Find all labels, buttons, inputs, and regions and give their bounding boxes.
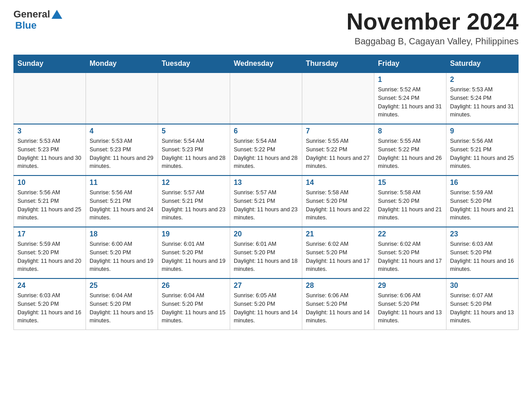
- calendar-cell: [86, 73, 158, 124]
- calendar-cell: [14, 73, 86, 124]
- day-info: Sunrise: 5:53 AM Sunset: 5:23 PM Dayligh…: [17, 137, 82, 171]
- day-number: 5: [162, 127, 226, 135]
- day-info: Sunrise: 5:56 AM Sunset: 5:21 PM Dayligh…: [90, 188, 154, 222]
- day-info: Sunrise: 6:04 AM Sunset: 5:20 PM Dayligh…: [90, 291, 154, 325]
- calendar-cell: 2Sunrise: 5:53 AM Sunset: 5:24 PM Daylig…: [446, 73, 519, 124]
- calendar-cell: 17Sunrise: 5:59 AM Sunset: 5:20 PM Dayli…: [14, 227, 86, 278]
- day-number: 19: [162, 230, 226, 238]
- day-number: 27: [234, 282, 298, 290]
- day-number: 22: [378, 230, 442, 238]
- day-info: Sunrise: 6:04 AM Sunset: 5:20 PM Dayligh…: [162, 291, 226, 325]
- day-info: Sunrise: 6:03 AM Sunset: 5:20 PM Dayligh…: [17, 291, 82, 325]
- day-info: Sunrise: 5:54 AM Sunset: 5:22 PM Dayligh…: [234, 137, 298, 171]
- title-area: November 2024 Baggabag B, Cagayan Valley…: [347, 9, 519, 47]
- day-number: 6: [234, 127, 298, 135]
- calendar-cell: 23Sunrise: 6:03 AM Sunset: 5:20 PM Dayli…: [446, 227, 519, 278]
- page-header: General Blue November 2024 Baggabag B, C…: [13, 9, 519, 47]
- day-info: Sunrise: 6:07 AM Sunset: 5:20 PM Dayligh…: [450, 291, 515, 325]
- calendar-cell: 27Sunrise: 6:05 AM Sunset: 5:20 PM Dayli…: [230, 278, 302, 330]
- day-number: 26: [162, 282, 226, 290]
- day-info: Sunrise: 5:59 AM Sunset: 5:20 PM Dayligh…: [17, 240, 82, 274]
- day-info: Sunrise: 5:52 AM Sunset: 5:24 PM Dayligh…: [378, 86, 442, 119]
- calendar-cell: 14Sunrise: 5:58 AM Sunset: 5:20 PM Dayli…: [302, 176, 374, 227]
- column-header-saturday: Saturday: [446, 55, 519, 73]
- calendar-cell: 10Sunrise: 5:56 AM Sunset: 5:21 PM Dayli…: [14, 176, 86, 227]
- logo: General Blue: [13, 9, 64, 31]
- calendar-header-row: SundayMondayTuesdayWednesdayThursdayFrid…: [14, 55, 519, 73]
- day-number: 20: [234, 230, 298, 238]
- day-info: Sunrise: 5:56 AM Sunset: 5:21 PM Dayligh…: [17, 188, 82, 222]
- week-row-5: 24Sunrise: 6:03 AM Sunset: 5:20 PM Dayli…: [14, 278, 519, 330]
- day-info: Sunrise: 6:06 AM Sunset: 5:20 PM Dayligh…: [306, 291, 370, 325]
- day-info: Sunrise: 5:57 AM Sunset: 5:21 PM Dayligh…: [162, 188, 226, 222]
- day-info: Sunrise: 5:58 AM Sunset: 5:20 PM Dayligh…: [378, 188, 442, 222]
- day-info: Sunrise: 5:57 AM Sunset: 5:21 PM Dayligh…: [234, 188, 298, 222]
- calendar-cell: 19Sunrise: 6:01 AM Sunset: 5:20 PM Dayli…: [158, 227, 230, 278]
- calendar-cell: 18Sunrise: 6:00 AM Sunset: 5:20 PM Dayli…: [86, 227, 158, 278]
- calendar-cell: 30Sunrise: 6:07 AM Sunset: 5:20 PM Dayli…: [446, 278, 519, 330]
- day-number: 17: [17, 230, 82, 238]
- calendar-cell: 4Sunrise: 5:53 AM Sunset: 5:23 PM Daylig…: [86, 124, 158, 176]
- calendar-table: SundayMondayTuesdayWednesdayThursdayFrid…: [13, 55, 519, 330]
- day-number: 30: [450, 282, 515, 290]
- calendar-cell: 22Sunrise: 6:02 AM Sunset: 5:20 PM Dayli…: [374, 227, 446, 278]
- week-row-2: 3Sunrise: 5:53 AM Sunset: 5:23 PM Daylig…: [14, 124, 519, 176]
- day-number: 13: [234, 179, 298, 187]
- calendar-cell: 6Sunrise: 5:54 AM Sunset: 5:22 PM Daylig…: [230, 124, 302, 176]
- calendar-cell: 5Sunrise: 5:54 AM Sunset: 5:23 PM Daylig…: [158, 124, 230, 176]
- calendar-cell: 26Sunrise: 6:04 AM Sunset: 5:20 PM Dayli…: [158, 278, 230, 330]
- calendar-cell: 15Sunrise: 5:58 AM Sunset: 5:20 PM Dayli…: [374, 176, 446, 227]
- day-info: Sunrise: 5:55 AM Sunset: 5:22 PM Dayligh…: [306, 137, 370, 171]
- column-header-friday: Friday: [374, 55, 446, 73]
- day-info: Sunrise: 6:05 AM Sunset: 5:20 PM Dayligh…: [234, 291, 298, 325]
- day-info: Sunrise: 5:55 AM Sunset: 5:22 PM Dayligh…: [378, 137, 442, 171]
- day-info: Sunrise: 6:01 AM Sunset: 5:20 PM Dayligh…: [234, 240, 298, 274]
- logo-blue-text: Blue: [15, 20, 37, 31]
- calendar-cell: 21Sunrise: 6:02 AM Sunset: 5:20 PM Dayli…: [302, 227, 374, 278]
- day-number: 23: [450, 230, 515, 238]
- calendar-cell: 12Sunrise: 5:57 AM Sunset: 5:21 PM Dayli…: [158, 176, 230, 227]
- calendar-cell: [158, 73, 230, 124]
- day-number: 16: [450, 179, 515, 187]
- calendar-cell: [302, 73, 374, 124]
- calendar-cell: 13Sunrise: 5:57 AM Sunset: 5:21 PM Dayli…: [230, 176, 302, 227]
- day-number: 2: [450, 76, 515, 84]
- day-info: Sunrise: 5:54 AM Sunset: 5:23 PM Dayligh…: [162, 137, 226, 171]
- day-number: 4: [90, 127, 154, 135]
- day-number: 9: [450, 127, 515, 135]
- calendar-cell: 11Sunrise: 5:56 AM Sunset: 5:21 PM Dayli…: [86, 176, 158, 227]
- column-header-thursday: Thursday: [302, 55, 374, 73]
- day-number: 8: [378, 127, 442, 135]
- calendar-cell: 28Sunrise: 6:06 AM Sunset: 5:20 PM Dayli…: [302, 278, 374, 330]
- column-header-wednesday: Wednesday: [230, 55, 302, 73]
- calendar-cell: 1Sunrise: 5:52 AM Sunset: 5:24 PM Daylig…: [374, 73, 446, 124]
- column-header-monday: Monday: [86, 55, 158, 73]
- day-number: 7: [306, 127, 370, 135]
- calendar-cell: 7Sunrise: 5:55 AM Sunset: 5:22 PM Daylig…: [302, 124, 374, 176]
- day-info: Sunrise: 5:53 AM Sunset: 5:23 PM Dayligh…: [90, 137, 154, 171]
- column-header-tuesday: Tuesday: [158, 55, 230, 73]
- week-row-4: 17Sunrise: 5:59 AM Sunset: 5:20 PM Dayli…: [14, 227, 519, 278]
- day-info: Sunrise: 6:06 AM Sunset: 5:20 PM Dayligh…: [378, 291, 442, 325]
- calendar-cell: 20Sunrise: 6:01 AM Sunset: 5:20 PM Dayli…: [230, 227, 302, 278]
- day-info: Sunrise: 6:02 AM Sunset: 5:20 PM Dayligh…: [378, 240, 442, 274]
- day-info: Sunrise: 6:03 AM Sunset: 5:20 PM Dayligh…: [450, 240, 515, 274]
- day-info: Sunrise: 6:02 AM Sunset: 5:20 PM Dayligh…: [306, 240, 370, 274]
- week-row-1: 1Sunrise: 5:52 AM Sunset: 5:24 PM Daylig…: [14, 73, 519, 124]
- calendar-cell: [230, 73, 302, 124]
- logo-general-text: General: [13, 9, 50, 20]
- day-info: Sunrise: 5:56 AM Sunset: 5:21 PM Dayligh…: [450, 137, 515, 171]
- day-info: Sunrise: 5:58 AM Sunset: 5:20 PM Dayligh…: [306, 188, 370, 222]
- location-subtitle: Baggabag B, Cagayan Valley, Philippines: [347, 36, 519, 47]
- calendar-cell: 25Sunrise: 6:04 AM Sunset: 5:20 PM Dayli…: [86, 278, 158, 330]
- day-info: Sunrise: 5:53 AM Sunset: 5:24 PM Dayligh…: [450, 86, 515, 119]
- day-number: 24: [17, 282, 82, 290]
- week-row-3: 10Sunrise: 5:56 AM Sunset: 5:21 PM Dayli…: [14, 176, 519, 227]
- day-number: 10: [17, 179, 82, 187]
- column-header-sunday: Sunday: [14, 55, 86, 73]
- day-number: 29: [378, 282, 442, 290]
- day-number: 1: [378, 76, 442, 84]
- day-number: 14: [306, 179, 370, 187]
- day-number: 15: [378, 179, 442, 187]
- calendar-cell: 16Sunrise: 5:59 AM Sunset: 5:20 PM Dayli…: [446, 176, 519, 227]
